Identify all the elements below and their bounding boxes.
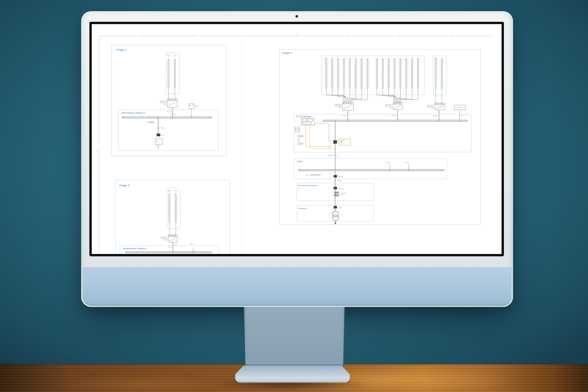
svg-text:AC 3~: AC 3~ — [174, 114, 176, 115]
svg-text:60% Pmax: 60% Pmax — [340, 142, 343, 144]
svg-text:L1: L1 — [300, 137, 300, 139]
svg-text:String 3: String 3 — [387, 58, 390, 59]
terminal-blocks — [310, 175, 320, 176]
trafo-meter — [334, 206, 337, 208]
anlage3-busbar — [126, 251, 212, 254]
sammler-title: PV AC Sammler — [296, 115, 311, 117]
svg-text:RS485 A/B: RS485 A/B — [300, 143, 303, 144]
svg-text:Reserve 1: Reserve 1 — [386, 162, 390, 163]
svg-text:String 8: String 8 — [366, 58, 369, 59]
svg-text:Funkrundsteuer-: Funkrundsteuer- — [340, 140, 345, 141]
svg-text:AC 3~: AC 3~ — [174, 244, 177, 245]
anlage1-inverters: Wechselrichter 1SUN2000-100KTL100 kWWech… — [334, 102, 445, 110]
svg-text:L3: L3 — [300, 140, 300, 141]
svg-text:NYY-J 5x35: NYY-J 5x35 — [342, 115, 347, 116]
photo-scene: Anlage 2 Dach 1 String 1String 2 Wechsel… — [0, 0, 588, 392]
svg-text:NH-Sicherung: NH-Sicherung — [338, 188, 344, 189]
svg-text:Wechselrichter 1: Wechselrichter 1 — [161, 237, 168, 238]
svg-text:100 kW: 100 kW — [339, 107, 342, 108]
svg-text:String 1: String 1 — [167, 55, 170, 57]
svg-text:10,0 kW: 10,0 kW — [163, 104, 166, 105]
svg-text:String 8: String 8 — [417, 58, 420, 59]
svg-text:String 4: String 4 — [343, 58, 346, 59]
svg-text:empfänger: empfänger — [340, 141, 343, 142]
anlage2-pv-strings: String 1String 2 — [167, 55, 177, 92]
svg-text:SUN2000-10KTL: SUN2000-10KTL — [160, 102, 166, 103]
svg-text:Zähler: Zähler — [161, 135, 164, 136]
svg-text:Trennstelle: Trennstelle — [338, 180, 342, 182]
svg-text:SUN2000-10KTL: SUN2000-10KTL — [161, 238, 167, 239]
espv-meter — [334, 175, 337, 177]
svg-text:Q1: Q1 — [338, 155, 339, 157]
svg-text:String 1: String 1 — [375, 58, 379, 59]
board-a-title: Zählerverteiler Gebäude A — [121, 112, 145, 114]
espv-title: ESpV — [297, 160, 302, 163]
svg-text:100 kW: 100 kW — [389, 107, 392, 108]
svg-text:kWh: kWh — [156, 140, 158, 141]
nshv-fuse — [334, 187, 337, 189]
anlage2-section: Anlage 2 Dach 1 String 1String 2 Wechsel… — [112, 45, 226, 156]
svg-text:NYY-J 5x16: NYY-J 5x16 — [433, 115, 438, 117]
svg-text:NH00 160A: NH00 160A — [328, 155, 333, 156]
svg-text:String 2: String 2 — [440, 58, 444, 59]
svg-text:10,0 kW: 10,0 kW — [164, 240, 167, 241]
imac-chin — [83, 267, 511, 306]
svg-text:String 4: String 4 — [393, 58, 396, 59]
svg-text:400 V: 400 V — [340, 194, 343, 195]
svg-text:PV-Zähler: PV-Zähler — [195, 106, 199, 107]
imac-stand-foot — [235, 366, 350, 383]
ac-collector-busbar — [323, 119, 467, 122]
anlage1-dc-wiring — [326, 92, 442, 103]
anlage1-title: Anlage 1 — [282, 52, 292, 54]
svg-text:String 6: String 6 — [354, 58, 358, 59]
anlage3-pv-strings: String 1String 2 — [168, 190, 178, 227]
distribution-bars — [334, 192, 339, 196]
svg-text:Reserve 2: Reserve 2 — [405, 162, 409, 163]
svg-text:String 5: String 5 — [399, 58, 402, 59]
svg-text:NH 63A: NH 63A — [161, 127, 164, 129]
svg-text:L2: L2 — [300, 139, 300, 140]
svg-text:String 1: String 1 — [325, 58, 328, 59]
current-transformer — [333, 140, 337, 144]
anlage2-busbar — [122, 116, 212, 119]
svg-text:String 2: String 2 — [381, 58, 385, 59]
trafostation-section: Trafostation Übergabe — [297, 205, 373, 225]
svg-text:String 3: String 3 — [337, 58, 340, 59]
svg-text:kWh-Zähler: kWh-Zähler — [338, 176, 343, 177]
svg-text:Wechselrichter 2: Wechselrichter 2 — [386, 104, 392, 105]
svg-text:20 kW: 20 kW — [431, 108, 434, 109]
svg-text:SUN2000-100KTL: SUN2000-100KTL — [334, 105, 342, 107]
svg-text:Netz-Messpunkt: Netz-Messpunkt — [457, 107, 463, 108]
wire-legend: L1L2L3NRS485 A/BDigital Out — [298, 137, 303, 145]
svg-text:String 1: String 1 — [168, 190, 171, 192]
anlage3-section: Anlage 3 Dach 1 String 1String 2 Wechsel… — [115, 180, 230, 254]
anlage3-inverter: Wechselrichter 1SUN2000-10KTL10,0 kW — [161, 235, 177, 242]
svg-text:SUN2000-20KTL: SUN2000-20KTL — [427, 106, 434, 107]
svg-text:String 6: String 6 — [405, 58, 408, 59]
svg-text:NYY-J 5x35: NYY-J 5x35 — [392, 115, 396, 116]
svg-text:TAB: TAB — [306, 175, 308, 176]
espv-busbar — [299, 169, 444, 172]
svg-text:Z1: Z1 — [195, 104, 196, 105]
svg-text:5x16: 5x16 — [461, 115, 463, 116]
svg-text:Wechselrichter 1: Wechselrichter 1 — [160, 101, 167, 102]
svg-text:N: N — [300, 142, 300, 143]
anlage1-pv-strings: String 1String 2String 3String 4String 5… — [325, 58, 444, 93]
board-c-title: Zählerverteiler Gebäude C — [123, 248, 147, 250]
svg-text:PV: PV — [146, 122, 148, 123]
svg-text:String 1: String 1 — [434, 58, 437, 59]
trafo-title: Trafostation — [298, 207, 307, 209]
anlage1-string-box-1 — [321, 56, 424, 95]
anlage2-inverter: Wechselrichter 1SUN2000-10KTL10,0 kW — [160, 99, 177, 107]
svg-text:SUN2000-100KTL: SUN2000-100KTL — [385, 106, 392, 107]
svg-text:NYY-J 5x6: NYY-J 5x6 — [168, 247, 172, 248]
grid-arrow-icon — [335, 223, 336, 225]
svg-text:String 7: String 7 — [411, 58, 414, 59]
svg-text:String 5: String 5 — [348, 58, 352, 59]
svg-text:String 2: String 2 — [331, 58, 334, 59]
imac-stand — [244, 307, 345, 366]
nshv-title: Niederspannungshauptverteilung — [298, 185, 318, 186]
svg-text:Wechselrichter 3: Wechselrichter 3 — [427, 105, 434, 106]
controller-label: Parkregler — [298, 135, 304, 137]
electrical-single-line-diagram: Anlage 2 Dach 1 String 1String 2 Wechsel… — [92, 24, 502, 254]
